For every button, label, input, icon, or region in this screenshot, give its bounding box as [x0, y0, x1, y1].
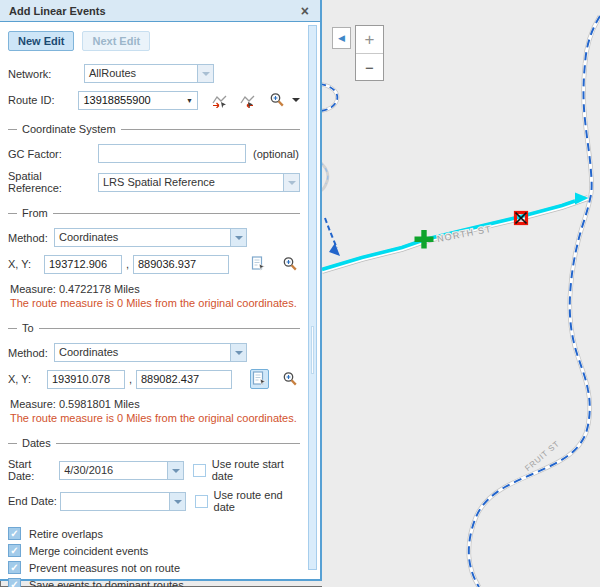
spatial-reference-label: Spatial Reference:	[8, 170, 98, 194]
start-date-value: 4/30/2016	[60, 462, 167, 479]
zoom-to-point-icon[interactable]	[280, 369, 300, 389]
panel-title: Add Linear Events	[9, 5, 301, 17]
spatial-reference-select[interactable]: LRS Spatial Reference	[98, 173, 300, 192]
chevron-down-icon	[283, 174, 299, 191]
road-label-north-st: NORTH ST	[436, 224, 492, 244]
dates-legend: Dates	[22, 437, 51, 449]
merge-coincident-events-label: Merge coincident events	[29, 545, 148, 557]
prevent-measures-label: Prevent measures not on route	[29, 562, 180, 574]
select-location-on-map-icon-active[interactable]	[250, 369, 269, 389]
from-y-input[interactable]	[133, 255, 229, 274]
use-route-end-date-checkbox[interactable]	[195, 495, 208, 508]
route-id-label: Route ID:	[8, 94, 78, 106]
end-date-select[interactable]	[60, 492, 186, 511]
merge-coincident-events-checkbox[interactable]: ✓	[8, 544, 21, 557]
to-warning-text: The route measure is 0 Miles from the or…	[10, 412, 300, 424]
collapse-panel-button[interactable]: ◀	[332, 27, 351, 49]
start-date-label: Start Date:	[8, 458, 59, 482]
panel-scrollbar[interactable]	[308, 25, 317, 570]
xy-comma: ,	[129, 373, 132, 385]
save-events-dominant-routes-checkbox[interactable]: ✓	[8, 578, 21, 587]
use-route-start-date-label: Use route start date	[212, 458, 300, 482]
river-road-casing	[469, 16, 600, 587]
xy-comma: ,	[126, 258, 129, 270]
from-measure-text: Measure: 0.4722178 Miles	[10, 283, 300, 295]
checkmark-icon: ✓	[10, 529, 18, 539]
checkmark-icon: ✓	[10, 563, 18, 573]
network-label: Network:	[8, 68, 84, 80]
start-date-select[interactable]: 4/30/2016	[59, 461, 184, 480]
stream-branch	[325, 218, 337, 248]
application-window: Add Linear Events × New Edit Next Edit N…	[0, 0, 600, 587]
use-route-end-date-label: Use route end date	[214, 489, 300, 513]
select-next-route-icon[interactable]	[238, 91, 257, 110]
to-x-input[interactable]	[47, 370, 125, 389]
network-value: AllRoutes	[85, 65, 197, 82]
collapse-arrow-icon: ◀	[338, 33, 345, 43]
spatial-reference-value: LRS Spatial Reference	[99, 174, 283, 191]
add-linear-events-panel: Add Linear Events × New Edit Next Edit N…	[0, 0, 322, 581]
panel-header: Add Linear Events ×	[0, 0, 320, 22]
scrollbar-thumb[interactable]	[311, 326, 314, 374]
network-select[interactable]: AllRoutes	[84, 64, 214, 83]
chevron-down-icon[interactable]	[169, 493, 185, 510]
use-route-start-date-checkbox[interactable]	[193, 464, 206, 477]
map-graphics: NORTH ST FRUIT ST	[322, 0, 600, 587]
coordinate-system-legend: Coordinate System	[22, 123, 116, 135]
gc-factor-input[interactable]	[98, 144, 246, 163]
end-date-value	[61, 493, 169, 510]
chevron-down-icon[interactable]: ▼	[186, 97, 197, 104]
to-legend: To	[22, 322, 34, 334]
new-edit-button[interactable]: New Edit	[8, 31, 74, 51]
zoom-to-route-icon[interactable]	[267, 90, 287, 110]
to-y-input[interactable]	[136, 370, 232, 389]
zoom-to-point-icon[interactable]	[280, 254, 300, 274]
zoom-out-button[interactable]: −	[356, 53, 383, 80]
to-xy-label: X, Y:	[8, 373, 47, 385]
from-method-label: Method:	[8, 232, 54, 244]
gc-factor-optional-note: (optional)	[253, 148, 299, 160]
from-method-select[interactable]: Coordinates	[54, 228, 247, 247]
chevron-down-icon[interactable]	[230, 229, 246, 246]
from-warning-text: The route measure is 0 Miles from the or…	[10, 297, 300, 309]
stream-arrowhead	[329, 243, 340, 256]
to-method-value: Coordinates	[55, 344, 230, 361]
checkmark-icon: ✓	[10, 546, 18, 556]
end-date-label: End Date:	[8, 495, 60, 507]
route-id-combo[interactable]: 13918855900 ▼	[78, 91, 198, 110]
to-measure-text: Measure: 0.5981801 Miles	[10, 398, 300, 410]
to-method-label: Method:	[8, 347, 54, 359]
map-view[interactable]: NORTH ST FRUIT ST ◀ + −	[322, 0, 600, 587]
prevent-measures-checkbox[interactable]: ✓	[8, 561, 21, 574]
from-legend: From	[22, 207, 48, 219]
map-zoom-control: + −	[355, 25, 384, 81]
panel-content: New Edit Next Edit Network: AllRoutes Ro…	[0, 22, 320, 587]
chevron-down-icon[interactable]	[167, 462, 183, 479]
retire-overlaps-checkbox[interactable]: ✓	[8, 527, 21, 540]
from-xy-label: X, Y:	[8, 258, 44, 270]
save-events-dominant-routes-label: Save events to dominant routes	[29, 579, 184, 587]
select-location-on-map-icon[interactable]	[249, 254, 268, 274]
select-route-on-map-icon[interactable]	[210, 91, 229, 110]
retire-overlaps-label: Retire overlaps	[29, 528, 103, 540]
to-method-select[interactable]: Coordinates	[54, 343, 247, 362]
from-method-value: Coordinates	[55, 229, 230, 246]
gc-factor-label: GC Factor:	[8, 148, 98, 160]
chevron-down-icon[interactable]	[292, 98, 300, 106]
zoom-in-button[interactable]: +	[356, 26, 383, 53]
from-x-input[interactable]	[44, 255, 122, 274]
close-icon[interactable]: ×	[301, 4, 311, 18]
route-id-value: 13918855900	[79, 94, 186, 106]
checkmark-icon: ✓	[10, 580, 18, 587]
chevron-down-icon[interactable]	[230, 344, 246, 361]
next-edit-button: Next Edit	[82, 31, 150, 51]
chevron-down-icon[interactable]	[197, 65, 213, 82]
